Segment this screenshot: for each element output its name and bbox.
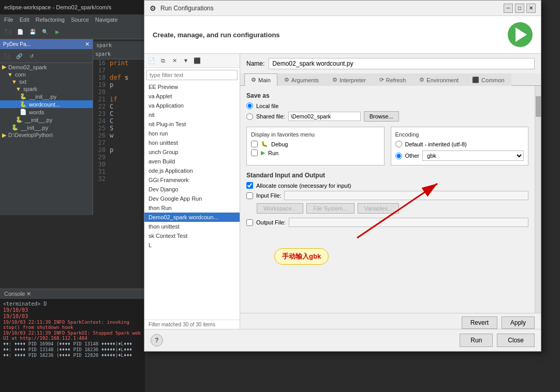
new-config-button[interactable]: 📄	[146, 55, 157, 66]
tab-interpreter[interactable]: ⚙ Interpreter	[326, 73, 373, 86]
config-item-dev-google[interactable]: Dev Google App Run	[144, 194, 240, 203]
console-terminated: <terminated> D	[3, 301, 142, 307]
config-right-panel: Name: ⚙ Main ⚙ Arguments ⚙ Interpreter	[240, 54, 541, 329]
input-file-label: Input File:	[256, 192, 281, 199]
tree-item-init1[interactable]: 🐍 __init__.py	[0, 93, 93, 100]
encoding-select[interactable]: gbk utf-8 ascii	[422, 150, 524, 161]
toolbar-btn-3[interactable]: 💾	[27, 26, 38, 38]
tree-refresh-btn[interactable]: ↺	[26, 50, 37, 62]
std-io-title: Standard Input and Output	[246, 172, 528, 179]
file-system-button[interactable]: File System...	[306, 203, 355, 214]
close-dialog-button[interactable]: ✕	[526, 4, 536, 13]
toolbar-btn-1[interactable]: ⬛	[2, 26, 13, 38]
local-file-radio[interactable]	[246, 102, 253, 109]
favorites-box: Display in favorites menu 🐛 Debug ▶ Run	[246, 127, 385, 165]
shared-file-input[interactable]	[288, 112, 361, 121]
encoding-default-radio[interactable]	[395, 141, 402, 147]
shared-file-radio[interactable]	[246, 113, 253, 120]
config-item-sk-context[interactable]: sk Context Test	[144, 231, 240, 240]
config-item-demo02[interactable]: Demo02_spark wordcoun...	[144, 213, 240, 222]
menu-refactoring[interactable]: Refactoring	[36, 17, 65, 23]
delete-config-button[interactable]: ✕	[169, 55, 180, 66]
duplicate-config-button[interactable]: ⧉	[158, 55, 168, 66]
config-search-input[interactable]	[146, 70, 238, 80]
two-col-section: Display in favorites menu 🐛 Debug ▶ Run	[246, 127, 528, 165]
config-item-ggi[interactable]: GGi Framework	[144, 175, 240, 185]
name-input[interactable]	[269, 58, 535, 69]
dialog-header: Create, manage, and run configurations	[144, 16, 541, 54]
code-lines-container: 16print 17 18def s 19 p 20 21if 22 C 23 …	[93, 59, 145, 183]
output-file-checkbox[interactable]	[246, 219, 253, 226]
config-item-aven-build[interactable]: aven Build	[144, 157, 240, 166]
tree-item-init2[interactable]: 🐍 __init__.py	[0, 116, 93, 124]
workspace-button[interactable]: Workspace...	[257, 203, 303, 214]
collapse-all-configs-button[interactable]: ⬛	[192, 55, 202, 66]
menu-edit[interactable]: Edit	[20, 17, 30, 23]
config-item-va-applet[interactable]: va Applet	[144, 92, 240, 101]
arguments-tab-label: Arguments	[291, 77, 319, 83]
tab-common[interactable]: ⬛ Common	[465, 73, 511, 86]
eclipse-window: eclipse-workspace - Demo02_spark/com/s F…	[0, 0, 145, 392]
collapse-all-btn[interactable]: ⬛	[1, 50, 12, 62]
tab-arguments[interactable]: ⚙ Arguments	[277, 73, 326, 86]
config-item-va-application[interactable]: va Application	[144, 101, 240, 110]
tree-item-spark[interactable]: ▼ spark	[0, 85, 93, 93]
config-item-dev-django[interactable]: Dev Django	[144, 185, 240, 194]
editor-tab[interactable]: spark	[93, 41, 145, 49]
config-item-thon-run[interactable]: thon Run	[144, 203, 240, 213]
tree-words-label: words	[29, 109, 44, 115]
console-title: Console ✕	[4, 291, 31, 297]
input-file-checkbox[interactable]	[246, 192, 253, 199]
encoding-default-label: Default - inherited (utf-8)	[405, 141, 467, 147]
help-button[interactable]: ?	[151, 334, 163, 346]
run-checkbox[interactable]	[251, 149, 258, 156]
config-item-nit[interactable]: nit	[144, 110, 240, 119]
run-button[interactable]: Run	[460, 334, 493, 347]
config-item-l[interactable]: L	[144, 240, 240, 250]
favorites-title: Display in favorites menu	[251, 131, 380, 138]
config-item-hon-run[interactable]: hon run	[144, 129, 240, 138]
tab-refresh[interactable]: ⟳ Refresh	[373, 73, 413, 86]
encoding-other-radio[interactable]	[395, 153, 402, 159]
tree-item-com[interactable]: ▼ com	[0, 71, 93, 78]
menu-file[interactable]: File	[4, 17, 13, 23]
tab-scrollbar[interactable]	[535, 86, 541, 313]
tree-item-init3[interactable]: 🐍 __init__.py	[0, 124, 93, 131]
panel-close[interactable]: ✕	[85, 41, 90, 48]
config-item-hon-unittest[interactable]: hon unittest	[144, 138, 240, 147]
console-line-4: 19/10/03 22:11:39 INFO SparkUI: Stopped …	[3, 330, 142, 341]
common-tab-label: Common	[481, 77, 505, 83]
toolbar-btn-run[interactable]: ▶	[52, 26, 63, 38]
config-item-thon-unittest[interactable]: thon unittest	[144, 222, 240, 231]
menu-source[interactable]: Source	[71, 17, 89, 23]
revert-button[interactable]: Revert	[462, 316, 497, 329]
tab-environment[interactable]: ⚙ Environment	[412, 73, 465, 86]
tab-main[interactable]: ⚙ Main	[244, 73, 277, 86]
debug-checkbox[interactable]	[251, 141, 258, 147]
output-file-field[interactable]	[289, 218, 528, 227]
config-item-nodejs[interactable]: ode.js Application	[144, 166, 240, 175]
config-item-nit-plugin[interactable]: nit Plug-in Test	[144, 119, 240, 129]
console-line-6: ♦♦: ♦♦♦♦ PID 13148 (♦♦♦♦ PID 18236 ♦♦♦♦♦…	[3, 347, 142, 352]
minimize-button[interactable]: ─	[504, 4, 513, 13]
tree-item-sxt[interactable]: ▼ sxt	[0, 78, 93, 85]
apply-button[interactable]: Apply	[502, 316, 535, 329]
input-file-field[interactable]	[284, 191, 528, 200]
filter-button[interactable]: ▼	[181, 55, 191, 66]
maximize-button[interactable]: □	[515, 4, 524, 13]
tree-item-words[interactable]: 📄 words	[0, 108, 93, 116]
close-button[interactable]: Close	[497, 334, 535, 347]
variables-button[interactable]: Variables...	[358, 203, 399, 214]
allocate-console-checkbox[interactable]	[246, 182, 253, 189]
menu-navigate[interactable]: Navigate	[95, 17, 117, 23]
tree-item-develop[interactable]: ▶ D:\Develop\Python\	[0, 131, 93, 139]
toolbar-btn-4[interactable]: 🔍	[39, 26, 51, 38]
link-with-editor-btn[interactable]: 🔗	[13, 50, 25, 62]
toolbar-btn-2[interactable]: 📄	[14, 26, 26, 38]
config-item-unch-group[interactable]: unch Group	[144, 147, 240, 157]
tree-item-wordcount[interactable]: 🐍 wordcount...	[0, 100, 93, 108]
tree-item-demo02[interactable]: ▶ Demo02_spark	[0, 63, 93, 71]
config-item-ee-preview[interactable]: EE Preview	[144, 82, 240, 92]
browse-button[interactable]: Browse...	[364, 111, 399, 122]
scrollbar-thumb[interactable]	[536, 96, 541, 117]
